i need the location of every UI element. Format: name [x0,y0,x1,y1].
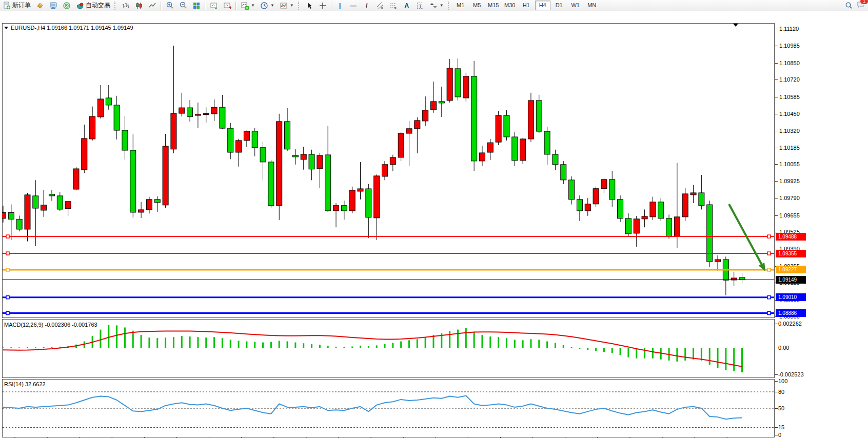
macd-axis-label: 0.00 [778,345,789,351]
notifications-button[interactable]: 1 [857,1,865,10]
search-icon[interactable] [845,2,853,9]
timeframe-h1[interactable]: H1 [519,1,534,10]
signals-button[interactable] [60,0,73,11]
price-tick-label: 1.09925 [779,178,800,184]
styler-button[interactable] [33,0,47,11]
period-button[interactable]: ▼ [258,0,277,11]
fibonacci-tool[interactable]: F [387,0,400,11]
template-button[interactable]: ▼ [277,0,297,11]
chart-shift-button[interactable] [221,0,234,11]
rsi-line [3,396,742,420]
terminal-button[interactable] [47,0,60,11]
dropdown-caret-icon: ▼ [251,3,255,8]
price-tick [775,181,778,182]
level-handle[interactable] [6,235,9,238]
tile-windows-icon [192,2,201,10]
candle-bull [642,216,647,219]
level-handle[interactable] [767,235,771,238]
line-chart-icon [148,2,156,10]
chart-window[interactable]: EURUSD-,H4 1.09166 1.09171 1.09145 1.091… [0,11,868,438]
candle-bull [691,193,696,195]
candle-bull [139,210,144,212]
dropdown-caret-icon: ▼ [290,3,294,8]
arrows-tool[interactable]: ▼ [427,0,446,11]
text-tool[interactable]: A [400,0,413,11]
bar-chart-button[interactable] [119,0,132,11]
rsi-axis-label: 15 [778,424,784,430]
macd-tick [775,348,778,348]
vertical-line-tool[interactable]: | [333,0,347,11]
timeframe-m1[interactable]: M1 [453,1,468,10]
price-tick-label: 1.10185 [779,145,800,151]
level-handle[interactable] [6,312,9,315]
autoscroll-button[interactable] [207,0,221,11]
timeframe-w1[interactable]: W1 [568,1,583,10]
candle-bull [211,107,217,114]
symbol-dropdown-icon[interactable] [4,27,8,29]
timeframe-m5[interactable]: M5 [469,1,485,10]
candle-bear [609,180,615,200]
level-handle[interactable] [767,296,771,299]
level-handle[interactable] [767,268,771,271]
mt4-terminal: 新订单 自动交易 ▼ ▼ ▼ | — / E F A T ▼ [0,0,868,438]
dropdown-caret-icon: ▼ [270,3,274,8]
template-icon [280,2,288,10]
horizontal-line-icon: — [349,2,358,9]
candle-bear [292,155,298,157]
candle-bear [325,155,331,211]
zoom-in-button[interactable] [163,0,176,11]
horizontal-line-tool[interactable]: — [347,0,360,11]
cursor-tool-button[interactable] [303,0,316,11]
text-label-tool[interactable]: T [413,0,427,11]
price-tick-label: 1.09790 [779,195,800,201]
text-label-icon: T [416,2,424,10]
add-indicator-button[interactable]: ▼ [238,0,258,11]
level-handle[interactable] [767,312,771,315]
candle-bear [260,148,266,162]
candle-bear [187,108,193,116]
crosshair-icon [319,2,327,10]
rsi-axis-label: 80 [778,389,784,395]
candlestick-chart-button[interactable] [132,0,146,11]
tile-windows-button[interactable] [190,0,203,11]
candle-bull [585,204,590,211]
crosshair-tool-button[interactable] [316,0,329,11]
candle-bear [49,194,54,196]
new-order-label: 新订单 [12,1,31,10]
styler-icon [36,2,44,10]
timeframe-h4[interactable]: H4 [535,1,550,10]
trendline-tool[interactable]: / [360,0,373,11]
candle-bear [455,69,461,97]
line-chart-button[interactable] [146,0,159,11]
candle-bull [333,206,339,211]
level-handle[interactable] [6,252,9,255]
chart-shift-marker-icon[interactable] [733,24,738,27]
level-handle[interactable] [6,268,9,271]
candle-bear [739,277,745,280]
autotrade-button[interactable]: 自动交易 [73,0,113,11]
rsi-tick [775,435,778,435]
timeframe-m30[interactable]: M30 [502,1,518,10]
candle-bull [2,212,6,218]
level-handle[interactable] [6,296,9,299]
candle-bear [666,218,672,236]
panel-frame [3,320,775,378]
candle-bear [33,196,38,208]
candle-bull [650,202,656,217]
timeframe-m15[interactable]: M15 [486,1,501,10]
zoom-in-icon [166,2,174,10]
annotation-arrow-shaft[interactable] [729,204,761,264]
channel-tool[interactable]: E [373,0,387,11]
zoom-out-button[interactable] [176,0,190,11]
chart-canvas[interactable] [2,23,775,438]
price-tag-1.09488: 1.09488 [776,233,806,241]
zoom-out-icon [179,2,187,10]
macd-axis-label: -0.002523 [778,371,804,377]
timeframe-d1[interactable]: D1 [551,1,567,10]
new-order-button[interactable]: 新订单 [0,0,33,11]
candle-bear [512,137,518,161]
candle-bear [625,218,631,234]
candle-bull [496,115,501,142]
timeframe-mn[interactable]: MN [584,1,600,10]
level-handle[interactable] [767,252,771,255]
